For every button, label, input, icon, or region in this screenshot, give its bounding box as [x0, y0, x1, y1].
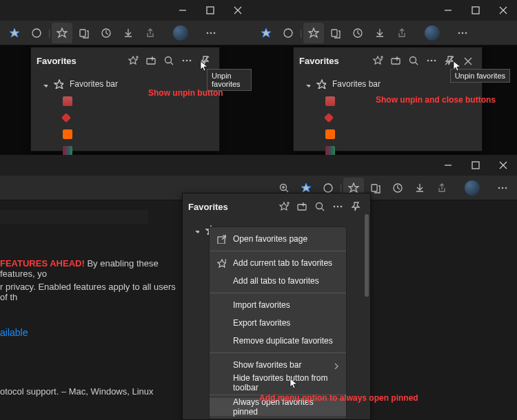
history-button[interactable] — [387, 178, 408, 198]
chevron-right-icon — [331, 361, 339, 369]
menu-label: Show favorites bar — [233, 360, 301, 370]
search-favorites-button[interactable] — [311, 198, 329, 216]
add-folder-button[interactable] — [293, 198, 311, 216]
favorites-bar-label: Favorites bar — [332, 79, 381, 89]
menu-hide-favorites-button[interactable]: Hide favorites button from toolbar — [210, 374, 346, 392]
extensions-button[interactable] — [278, 23, 298, 43]
maximize-button[interactable] — [462, 155, 489, 176]
favorite-item[interactable] — [294, 126, 482, 143]
scrollbar[interactable] — [365, 214, 369, 297]
add-favorite-button[interactable] — [124, 52, 142, 70]
titlebar — [252, 0, 517, 21]
app-menu-button[interactable] — [452, 23, 473, 43]
menu-label: Add all tabs to favorites — [233, 276, 319, 286]
add-folder-button[interactable] — [387, 52, 405, 70]
minimize-button[interactable] — [434, 0, 462, 21]
menu-label: Open favorites page — [233, 234, 307, 244]
collections-button[interactable] — [74, 23, 94, 43]
caret-down-icon — [192, 227, 199, 233]
favorite-this-page-button[interactable] — [256, 23, 276, 43]
star-icon — [53, 78, 64, 90]
titlebar — [0, 0, 252, 21]
browser-toolbar: | — [0, 21, 252, 45]
share-button[interactable] — [140, 23, 161, 43]
star-icon — [316, 78, 327, 90]
menu-label: Hide favorites button from toolbar — [233, 373, 336, 392]
downloads-button[interactable] — [118, 23, 139, 43]
page-text: r privacy. Enabled features apply to all… — [0, 282, 179, 302]
menu-remove-duplicates[interactable]: Remove duplicate favorites — [210, 332, 346, 350]
add-favorite-button[interactable] — [369, 52, 387, 70]
favorites-panel-title: Favorites — [299, 56, 369, 66]
profile-avatar[interactable] — [173, 25, 188, 41]
close-panel-button[interactable] — [458, 52, 476, 70]
profile-avatar[interactable] — [465, 180, 480, 196]
favorites-toolbar-button[interactable] — [52, 23, 72, 43]
search-favorites-button[interactable] — [405, 52, 423, 70]
favorite-item[interactable] — [294, 143, 482, 155]
favorites-panel: Favorites Favorites bar — [30, 47, 220, 151]
favorite-item[interactable] — [31, 143, 219, 155]
pin-favorites-button[interactable] — [347, 198, 365, 216]
favorites-more-button[interactable] — [178, 52, 196, 70]
menu-show-favorites-bar[interactable]: Show favorites bar — [210, 356, 346, 374]
downloads-button[interactable] — [369, 23, 390, 43]
downloads-button[interactable] — [409, 178, 430, 198]
menu-add-all-tabs[interactable]: Add all tabs to favorites — [210, 272, 346, 290]
history-button[interactable] — [347, 23, 368, 43]
browser-toolbar: | — [252, 21, 517, 45]
favorites-bar-label: Favorites bar — [70, 79, 118, 89]
maximize-button[interactable] — [196, 0, 224, 21]
caret-down-icon — [303, 81, 310, 87]
favorite-this-page-button[interactable] — [4, 23, 25, 43]
favorite-item[interactable] — [31, 109, 219, 126]
menu-label: Add current tab to favorites — [233, 258, 332, 268]
favorites-panel: Favorites Open favorites page Add curren — [182, 193, 371, 420]
favorites-context-menu: Open favorites page Add current tab to f… — [209, 227, 347, 419]
app-menu-button[interactable] — [492, 178, 513, 198]
page-text: otocol support. – Mac, Windows, Linux — [0, 386, 179, 397]
add-favorite-button[interactable] — [275, 198, 293, 216]
favorite-item[interactable] — [294, 109, 482, 126]
open-icon — [216, 234, 227, 244]
favorites-panel-title: Favorites — [37, 56, 124, 66]
share-button[interactable] — [432, 178, 452, 198]
menu-open-favorites-page[interactable]: Open favorites page — [210, 230, 346, 248]
unpin-favorites-button[interactable] — [196, 52, 214, 70]
minimize-button[interactable] — [169, 0, 196, 21]
page-banner — [0, 210, 148, 224]
titlebar — [0, 155, 517, 176]
maximize-button[interactable] — [462, 0, 489, 21]
add-star-icon — [216, 258, 227, 268]
page-text: FEATURES AHEAD! By enabling these featur… — [0, 258, 179, 279]
annotation-text: Show unpin and close buttons — [376, 95, 496, 105]
unpin-favorites-button[interactable] — [440, 52, 458, 70]
close-window-button[interactable] — [489, 0, 517, 21]
extensions-button[interactable] — [26, 23, 47, 43]
history-button[interactable] — [96, 23, 116, 43]
profile-avatar[interactable] — [425, 25, 440, 41]
menu-label: Import favorites — [233, 300, 290, 310]
favorites-toolbar-button[interactable] — [303, 23, 324, 43]
menu-export-favorites[interactable]: Export favorites — [210, 314, 346, 332]
annotation-text: Show unpin button — [148, 88, 223, 98]
annotation-text: Add menu option to always open pinned — [259, 393, 418, 403]
menu-add-current-tab[interactable]: Add current tab to favorites — [210, 254, 346, 272]
caret-down-icon — [41, 81, 48, 87]
share-button[interactable] — [392, 23, 412, 43]
app-menu-button[interactable] — [201, 23, 221, 43]
close-window-button[interactable] — [224, 0, 252, 21]
collections-button[interactable] — [325, 23, 346, 43]
search-favorites-button[interactable] — [160, 52, 178, 70]
close-window-button[interactable] — [489, 155, 517, 176]
tooltip: Unpin favorites — [450, 69, 510, 83]
favorites-panel-title: Favorites — [188, 202, 275, 212]
favorites-more-button[interactable] — [423, 52, 440, 70]
menu-import-favorites[interactable]: Import favorites — [210, 296, 346, 314]
add-folder-button[interactable] — [142, 52, 160, 70]
menu-label: Export favorites — [233, 318, 290, 328]
page-link[interactable]: ailable — [0, 327, 179, 338]
minimize-button[interactable] — [434, 155, 462, 176]
favorites-more-button[interactable] — [329, 198, 347, 216]
favorite-item[interactable] — [31, 126, 219, 143]
